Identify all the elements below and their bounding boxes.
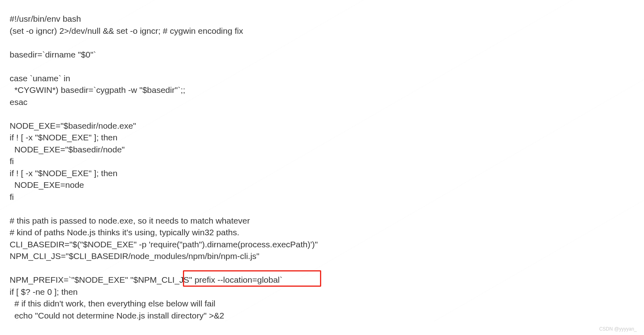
- code-line: if ! [ -x "$NODE_EXE" ]; then: [10, 132, 634, 144]
- code-line: NODE_EXE="$basedir/node.exe": [10, 120, 634, 132]
- code-block: #!/usr/bin/env bash(set -o igncr) 2>/dev…: [0, 0, 644, 321]
- code-line: esac: [10, 96, 634, 108]
- watermark-text: CSDN @yyyyan_: [599, 326, 637, 332]
- code-line: [10, 262, 634, 274]
- code-line: NODE_EXE=node: [10, 179, 634, 191]
- code-line: [10, 108, 634, 120]
- code-line: # kind of paths Node.js thinks it's usin…: [10, 226, 634, 238]
- code-line: # if this didn't work, then everything e…: [10, 298, 634, 310]
- highlight-rectangle: [183, 270, 321, 287]
- code-line: NODE_EXE="$basedir/node": [10, 144, 634, 156]
- code-line: case `uname` in: [10, 72, 634, 84]
- code-line: (set -o igncr) 2>/dev/null && set -o ign…: [10, 25, 634, 37]
- code-line: [10, 37, 634, 49]
- code-line: [10, 203, 634, 215]
- code-line: fi: [10, 155, 634, 167]
- code-line: # this path is passed to node.exe, so it…: [10, 215, 634, 227]
- code-line: fi: [10, 191, 634, 203]
- code-line: if ! [ -x "$NODE_EXE" ]; then: [10, 167, 634, 179]
- code-line: basedir=`dirname "$0"`: [10, 49, 634, 61]
- code-line: NPM_CLI_JS="$CLI_BASEDIR/node_modules/np…: [10, 250, 634, 262]
- code-line: *CYGWIN*) basedir=`cygpath -w "$basedir"…: [10, 84, 634, 96]
- code-line: #!/usr/bin/env bash: [10, 13, 634, 25]
- code-line: echo "Could not determine Node.js instal…: [10, 310, 634, 322]
- code-line: NPM_PREFIX=`"$NODE_EXE" "$NPM_CLI_JS" pr…: [10, 274, 634, 286]
- code-line: CLI_BASEDIR="$("$NODE_EXE" -p 'require("…: [10, 238, 634, 251]
- code-line: if [ $? -ne 0 ]; then: [10, 286, 634, 298]
- code-line: [10, 60, 634, 72]
